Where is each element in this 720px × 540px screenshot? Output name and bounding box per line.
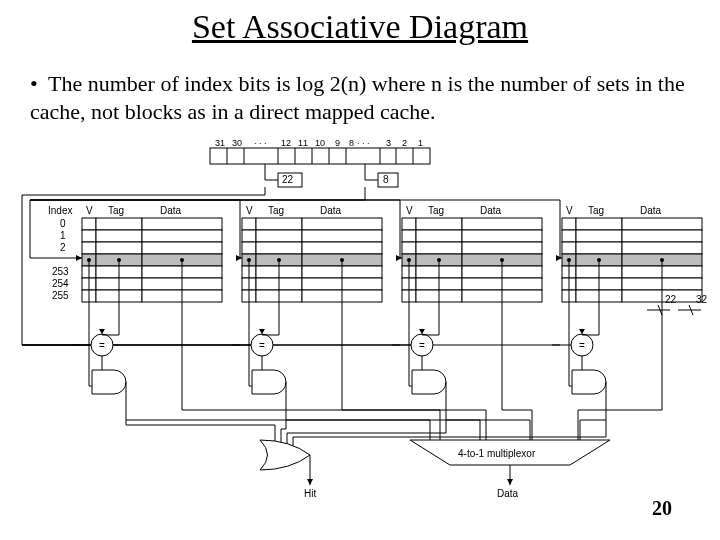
svg-rect-104 <box>622 218 702 230</box>
svg-rect-81 <box>402 230 416 242</box>
svg-rect-30 <box>82 218 96 230</box>
svg-rect-57 <box>242 230 256 242</box>
svg-rect-56 <box>302 218 382 230</box>
svg-text:=: = <box>579 340 585 351</box>
svg-text:Data: Data <box>480 205 502 216</box>
svg-text:Tag: Tag <box>428 205 444 216</box>
svg-rect-61 <box>256 242 302 254</box>
svg-text:Data: Data <box>160 205 182 216</box>
field-wires: 22 8 <box>265 164 398 187</box>
svg-text:V: V <box>566 205 573 216</box>
svg-rect-83 <box>462 230 542 242</box>
svg-text:255: 255 <box>52 290 69 301</box>
svg-rect-79 <box>416 218 462 230</box>
cache-way-3: VTagData <box>562 205 702 302</box>
svg-point-152 <box>87 258 91 262</box>
svg-rect-35 <box>142 230 222 242</box>
svg-text:4-to-1 multiplexor: 4-to-1 multiplexor <box>458 448 536 459</box>
svg-text:10: 10 <box>315 140 325 148</box>
page-number: 20 <box>652 497 672 520</box>
svg-text:31: 31 <box>215 140 225 148</box>
svg-text:· · ·: · · · <box>357 140 370 148</box>
svg-text:Data: Data <box>640 205 662 216</box>
svg-text:=: = <box>99 340 105 351</box>
svg-text:=: = <box>419 340 425 351</box>
svg-rect-85 <box>416 242 462 254</box>
svg-rect-38 <box>142 242 222 254</box>
svg-text:2: 2 <box>402 140 407 148</box>
svg-text:1: 1 <box>418 140 423 148</box>
svg-rect-37 <box>96 242 142 254</box>
svg-text:Tag: Tag <box>268 205 284 216</box>
bullet-text: •The number of index bits is log 2(n) wh… <box>30 70 690 125</box>
set-associative-diagram: 31 30 · · · 12 11 10 9 8 · · · 3 2 1 22 … <box>10 140 710 500</box>
tag-width-label: 22 <box>282 174 294 185</box>
svg-text:22: 22 <box>665 294 677 305</box>
svg-rect-54 <box>242 218 256 230</box>
svg-rect-106 <box>576 230 622 242</box>
bullet-content: The number of index bits is log 2(n) whe… <box>30 71 685 124</box>
slide-title: Set Associative Diagram <box>0 8 720 46</box>
svg-marker-139 <box>556 255 562 261</box>
svg-rect-105 <box>562 230 576 242</box>
svg-text:V: V <box>246 205 253 216</box>
cache-way-1: VTagData <box>242 205 382 302</box>
svg-rect-0 <box>210 148 430 164</box>
svg-rect-36 <box>82 242 96 254</box>
cache-way-2: VTagData <box>402 205 542 302</box>
svg-text:2: 2 <box>60 242 66 253</box>
svg-marker-138 <box>396 255 402 261</box>
svg-rect-82 <box>416 230 462 242</box>
svg-point-182 <box>407 258 411 262</box>
svg-rect-107 <box>622 230 702 242</box>
svg-text:· · ·: · · · <box>254 140 267 148</box>
cache-way-0: VTagData <box>82 205 222 302</box>
svg-rect-84 <box>402 242 416 254</box>
svg-text:Tag: Tag <box>588 205 604 216</box>
svg-text:1: 1 <box>60 230 66 241</box>
svg-point-167 <box>247 258 251 262</box>
svg-rect-110 <box>622 242 702 254</box>
svg-rect-33 <box>82 230 96 242</box>
svg-text:12: 12 <box>281 140 291 148</box>
svg-text:=: = <box>259 340 265 351</box>
svg-marker-194 <box>579 329 585 334</box>
svg-text:Index: Index <box>48 205 72 216</box>
svg-marker-164 <box>259 329 265 334</box>
svg-rect-34 <box>96 230 142 242</box>
svg-text:11: 11 <box>298 140 308 148</box>
svg-text:30: 30 <box>232 140 242 148</box>
svg-text:3: 3 <box>386 140 391 148</box>
svg-rect-55 <box>256 218 302 230</box>
index-width-label: 8 <box>383 174 389 185</box>
index-column: Index 0 1 2 253 254 255 <box>48 205 72 301</box>
svg-text:Tag: Tag <box>108 205 124 216</box>
svg-rect-78 <box>402 218 416 230</box>
svg-rect-108 <box>562 242 576 254</box>
svg-text:V: V <box>86 205 93 216</box>
svg-rect-31 <box>96 218 142 230</box>
svg-marker-149 <box>99 329 105 334</box>
hit-output-label: Hit <box>304 488 316 499</box>
svg-marker-136 <box>76 255 82 261</box>
svg-text:0: 0 <box>60 218 66 229</box>
svg-marker-202 <box>507 479 513 485</box>
svg-text:V: V <box>406 205 413 216</box>
svg-rect-32 <box>142 218 222 230</box>
mux: 4-to-1 multiplexor Data <box>410 440 610 499</box>
svg-rect-86 <box>462 242 542 254</box>
svg-rect-58 <box>256 230 302 242</box>
data-output-label: Data <box>497 488 519 499</box>
svg-marker-137 <box>236 255 242 261</box>
svg-text:8: 8 <box>349 140 354 148</box>
svg-rect-109 <box>576 242 622 254</box>
svg-point-197 <box>567 258 571 262</box>
svg-text:9: 9 <box>335 140 340 148</box>
svg-rect-102 <box>562 218 576 230</box>
svg-text:Data: Data <box>320 205 342 216</box>
svg-text:254: 254 <box>52 278 69 289</box>
svg-rect-60 <box>242 242 256 254</box>
or-gate: Hit <box>260 440 316 499</box>
svg-text:32: 32 <box>696 294 708 305</box>
svg-text:253: 253 <box>52 266 69 277</box>
